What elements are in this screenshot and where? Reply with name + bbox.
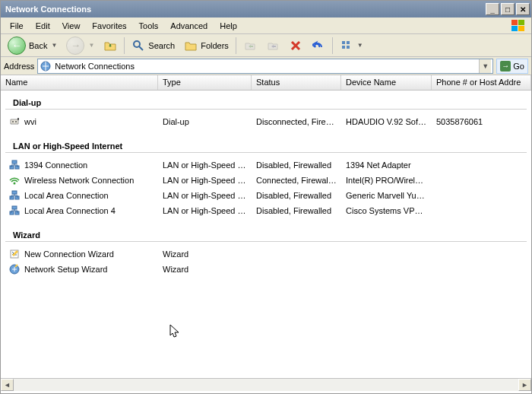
folders-label: Folders — [201, 41, 229, 50]
toolbar: ← Back ▼ → ▼ Search Folders ▼ — [1, 34, 531, 57]
svg-rect-25 — [12, 206, 17, 209]
menu-edit[interactable]: Edit — [30, 20, 56, 32]
menu-view[interactable]: View — [56, 20, 87, 32]
list-item[interactable]: Local Area ConnectionLAN or High-Speed I… — [1, 188, 531, 203]
address-label: Address — [4, 62, 34, 71]
item-status: Disabled, Firewalled — [252, 206, 341, 215]
item-type: LAN or High-Speed Inter... — [158, 191, 252, 200]
svg-rect-9 — [347, 41, 350, 44]
list-item[interactable]: Local Area Connection 4LAN or High-Speed… — [1, 203, 531, 218]
svg-rect-8 — [342, 41, 345, 44]
chevron-down-icon: ▼ — [51, 42, 57, 49]
svg-rect-10 — [342, 46, 345, 49]
item-type: Dial-up — [158, 117, 252, 126]
list-item[interactable]: Wireless Network ConnectionLAN or High-S… — [1, 173, 531, 188]
title-bar: Network Connections _ □ ✕ — [1, 1, 531, 17]
svg-rect-22 — [12, 191, 17, 194]
address-field[interactable]: Network Connections ▼ — [37, 59, 493, 74]
connection-icon — [8, 189, 21, 202]
windows-logo-icon — [508, 18, 528, 33]
menu-favorites[interactable]: Favorites — [86, 20, 132, 32]
window-title: Network Connections — [5, 5, 91, 14]
item-status: Disconnected, Firewalled — [252, 117, 341, 126]
svg-rect-15 — [17, 118, 19, 120]
undo-button[interactable] — [308, 37, 329, 55]
address-bar: Address Network Connections ▼ → Go — [1, 57, 531, 75]
item-device: 1394 Net Adapter — [341, 160, 432, 170]
search-button[interactable]: Search — [128, 37, 179, 55]
copy-to-button[interactable] — [262, 37, 283, 55]
copy-to-icon — [266, 39, 280, 52]
column-device[interactable]: Device Name — [341, 75, 432, 90]
item-status: Connected, Firewalled — [252, 176, 341, 185]
delete-button[interactable] — [285, 37, 306, 55]
scroll-right-icon[interactable]: ► — [518, 379, 531, 391]
maximize-button[interactable]: □ — [501, 3, 515, 15]
item-device: Generic Marvell Yukon C... — [341, 191, 432, 200]
svg-point-4 — [134, 41, 140, 47]
close-button[interactable]: ✕ — [516, 3, 530, 15]
menu-file[interactable]: File — [4, 20, 30, 32]
address-dropdown-icon[interactable]: ▼ — [479, 59, 491, 73]
search-label: Search — [148, 41, 175, 50]
menu-tools[interactable]: Tools — [133, 20, 165, 32]
item-type: Wizard — [158, 249, 252, 259]
horizontal-scrollbar[interactable]: ◄ ► — [1, 378, 531, 391]
item-phone: 5035876061 — [432, 117, 531, 126]
list-item[interactable]: wviDial-upDisconnected, FirewalledHDAUDI… — [1, 114, 531, 129]
item-name: Wireless Network Connection — [24, 176, 134, 185]
item-device: HDAUDIO V.92 Soft Dat... — [341, 117, 432, 126]
column-name[interactable]: Name — [1, 75, 158, 90]
forward-arrow-icon: → — [66, 37, 84, 55]
folder-up-icon — [103, 39, 117, 52]
item-type: LAN or High-Speed Inter... — [158, 176, 252, 185]
item-type: LAN or High-Speed Inter... — [158, 206, 252, 215]
svg-rect-11 — [347, 46, 350, 49]
group-header: Dial-up — [5, 95, 527, 110]
back-button[interactable]: ← Back ▼ — [4, 34, 61, 57]
back-arrow-icon: ← — [8, 37, 26, 55]
item-name: 1394 Connection — [24, 160, 87, 170]
item-name: Network Setup Wizard — [24, 265, 107, 274]
group-header: Wizard — [5, 227, 527, 242]
search-icon — [131, 39, 145, 52]
folders-button[interactable]: Folders — [180, 37, 233, 55]
item-type: LAN or High-Speed Inter... — [158, 160, 252, 170]
go-arrow-icon: → — [500, 61, 511, 71]
item-status: Disabled, Firewalled — [252, 160, 341, 170]
menu-advanced[interactable]: Advanced — [164, 20, 214, 32]
move-to-icon — [243, 39, 257, 52]
menu-help[interactable]: Help — [214, 20, 243, 32]
item-name: wvi — [24, 117, 36, 126]
list-item[interactable]: 1394 ConnectionLAN or High-Speed Inter..… — [1, 157, 531, 173]
connection-icon — [8, 263, 21, 275]
content-area: Dial-upwviDial-upDisconnected, Firewalle… — [1, 91, 531, 378]
go-label: Go — [513, 62, 524, 71]
undo-icon — [312, 39, 325, 52]
go-button[interactable]: → Go — [496, 59, 528, 74]
connection-icon — [8, 248, 21, 260]
up-button[interactable] — [100, 37, 121, 55]
views-button[interactable]: ▼ — [336, 37, 367, 55]
column-status[interactable]: Status — [252, 75, 341, 90]
scroll-left-icon[interactable]: ◄ — [1, 379, 14, 391]
svg-point-13 — [12, 121, 14, 122]
move-to-button[interactable] — [239, 37, 261, 55]
item-name: Local Area Connection 4 — [24, 206, 116, 215]
item-status: Disabled, Firewalled — [252, 191, 341, 200]
menu-bar: File Edit View Favorites Tools Advanced … — [1, 17, 531, 34]
list-item[interactable]: New Connection WizardWizard — [1, 246, 531, 262]
group-header: LAN or High-Speed Internet — [5, 138, 527, 153]
list-item[interactable]: Network Setup WizardWizard — [1, 262, 531, 277]
connection-icon — [8, 116, 21, 128]
forward-button[interactable]: → ▼ — [62, 34, 98, 57]
svg-rect-1 — [518, 20, 524, 25]
connection-icon — [8, 174, 21, 186]
item-device: Cisco Systems VPN Adapter — [341, 206, 432, 215]
column-phone[interactable]: Phone # or Host Addre — [432, 75, 531, 90]
address-value: Network Connections — [55, 62, 476, 71]
column-headers: Name Type Status Device Name Phone # or … — [1, 75, 531, 91]
item-name: Local Area Connection — [24, 191, 109, 200]
minimize-button[interactable]: _ — [486, 3, 499, 15]
column-type[interactable]: Type — [158, 75, 252, 90]
